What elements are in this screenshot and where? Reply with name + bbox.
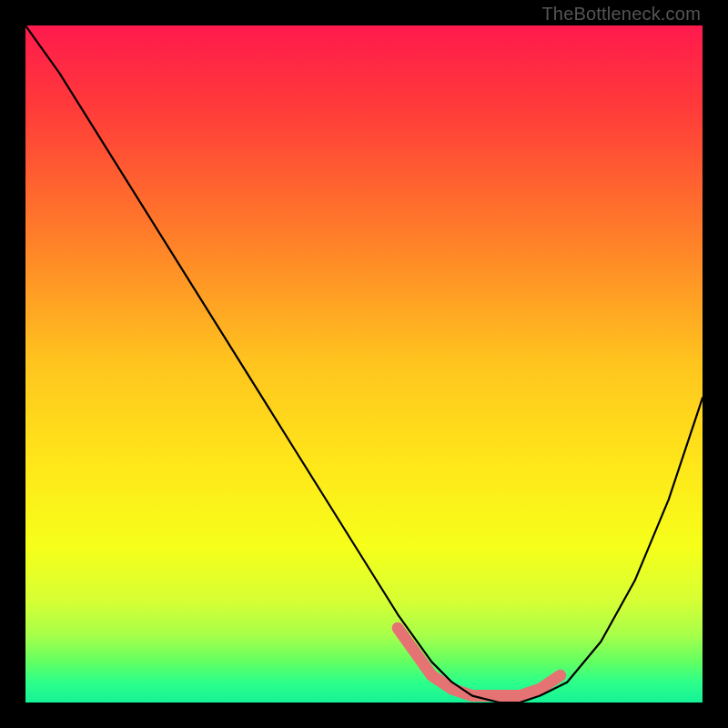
watermark-text: TheBottleneck.com [541, 4, 701, 25]
chart-frame: TheBottleneck.com [0, 0, 728, 728]
plot-area [25, 25, 703, 703]
curve-layer [25, 25, 703, 703]
highlight-band [398, 628, 561, 695]
bottleneck-curve [25, 25, 703, 703]
